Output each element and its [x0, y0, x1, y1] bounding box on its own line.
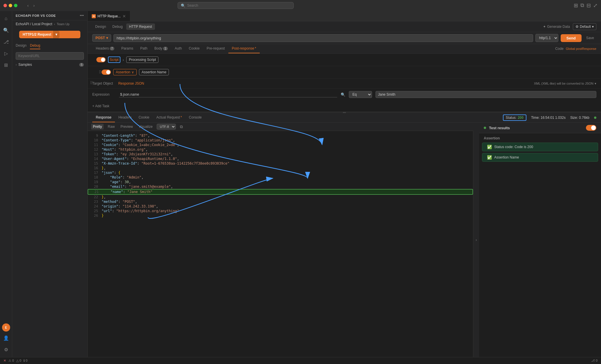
new-request-chevron[interactable]: ▾	[53, 31, 59, 38]
team-up-btn[interactable]: Team Up	[57, 22, 69, 26]
tab-close-btn[interactable]: ✕	[122, 14, 126, 19]
compare-value-input[interactable]	[376, 91, 597, 98]
json-line-11: 11"Cookie": "Cookie_1=abc;Cookie_2=de",	[88, 143, 473, 147]
sub-tab-postresponse[interactable]: Post-response*	[228, 44, 260, 53]
assertion-tag[interactable]: Assertion ∨	[113, 69, 137, 75]
new-request-btn[interactable]: HTTP1/2 Request ▾	[19, 31, 80, 38]
json-line-26: 26}	[88, 213, 473, 218]
tab-icon: H	[92, 14, 96, 18]
search-magnify-icon: 🔍	[341, 92, 345, 97]
home-icon-btn[interactable]: ⌂	[1, 13, 11, 24]
echo-icon-btn[interactable]: E	[2, 323, 10, 332]
toolbar-tab-http[interactable]: HTTP Request	[126, 23, 155, 30]
settings-icon-btn[interactable]: ⚙	[1, 344, 11, 355]
response-tab-response[interactable]: Response	[92, 113, 115, 122]
assertion-section-title: Assertion	[479, 133, 601, 142]
xml-note: XML (XML-like) will be converted to JSON…	[534, 82, 596, 85]
side-tab-debug[interactable]: Debug	[30, 42, 40, 49]
processing-script-tag[interactable]: Processing Script	[126, 57, 158, 63]
pretty-view-btn[interactable]: Pretty	[91, 124, 104, 130]
response-json-option[interactable]: Response JSON	[116, 81, 146, 86]
json-line-15: 15"X-Amzn-Trace-Id": "Root=1-676530aa-11…	[88, 161, 473, 166]
protocol-select[interactable]: http/1.1	[535, 34, 558, 42]
account-icon-btn[interactable]: 👤	[1, 333, 11, 343]
response-tab-headers[interactable]: Headers	[115, 113, 135, 122]
app-title: ECHOAPI FOR VS CODE	[16, 14, 56, 17]
search-icon-btn[interactable]: 🔍	[1, 25, 11, 35]
minimize-button[interactable]	[9, 4, 12, 7]
collapse-panel-btn[interactable]: ›	[473, 123, 479, 357]
toolbar-tab-debug[interactable]: Debug	[109, 23, 125, 30]
code-label[interactable]: Code	[555, 47, 564, 51]
sub-tab-cookie[interactable]: Cookie	[185, 44, 203, 53]
http-request-tab[interactable]: H HTTP Reque... ✕	[88, 11, 130, 21]
operator-select[interactable]: Eq	[349, 91, 372, 98]
split-icon: ⊟	[586, 2, 591, 9]
script-tag[interactable]: Script	[108, 57, 120, 63]
script-toggle[interactable]	[96, 57, 106, 62]
info-count: ℹ 0	[24, 359, 27, 363]
search-input-wrap: ⚙	[12, 50, 87, 61]
sub-tab-body[interactable]: Body1	[151, 44, 171, 53]
status-label: Status:	[506, 116, 517, 120]
json-line-22: 22},	[88, 195, 473, 199]
expression-input[interactable]	[119, 92, 337, 97]
titlebar-nav: ‹ ›	[26, 2, 36, 9]
assertion-name[interactable]: Assertion Name	[139, 69, 169, 75]
sub-tab-auth[interactable]: Auth	[171, 44, 185, 53]
method-label: POST	[95, 36, 105, 40]
add-task-btn[interactable]: + Add Task	[92, 104, 109, 108]
url-bar: POST ▾ http/1.1 Send Save	[88, 32, 601, 44]
gen-data-icon: ✦	[543, 25, 546, 29]
test-toggle[interactable]	[586, 125, 596, 131]
response-tab-actual[interactable]: Actual Request*	[153, 113, 185, 122]
target-row: Target Object Response JSON XML (XML-lik…	[88, 79, 601, 89]
generate-data-btn[interactable]: ✦ Generate Data	[543, 25, 570, 29]
copy-btn[interactable]: ⧉	[180, 124, 183, 129]
json-toolbar: Pretty Raw Preview Visualize UTF-8 ⧉	[88, 123, 473, 131]
connection-status-dot	[594, 117, 596, 119]
assertion-row: ⠿ Assertion ∨ Assertion Name	[88, 66, 601, 79]
response-tab-console[interactable]: Console	[185, 113, 205, 122]
side-tab-design[interactable]: Design	[16, 42, 26, 49]
url-input[interactable]	[113, 34, 533, 42]
encoding-select[interactable]: UTF-8	[157, 124, 176, 130]
close-button[interactable]	[3, 4, 7, 7]
toolbar-tab-design[interactable]: Design	[92, 23, 109, 30]
sub-tab-prerequest[interactable]: Pre-request	[203, 44, 228, 53]
layout-icon: ⧉	[580, 2, 584, 9]
json-left-panel: Pretty Raw Preview Visualize UTF-8 ⧉ 9"C…	[88, 123, 473, 357]
assertion-result-1: ✅ Status code: Code is 200	[482, 143, 598, 151]
git-count: ⎇ 0	[591, 359, 598, 363]
sub-tab-path[interactable]: Path	[137, 44, 151, 53]
more-options-btn[interactable]: •••	[80, 13, 84, 18]
back-button[interactable]: ‹	[26, 2, 30, 9]
default-btn[interactable]: ⚙ Default ▾	[573, 23, 596, 30]
assertion-toggle[interactable]	[102, 70, 111, 75]
response-status: Status: 200 Time: 16:54:01 1.032s Size: …	[503, 114, 596, 121]
git-icon-btn[interactable]: ⎇	[1, 37, 11, 47]
sub-tab-params[interactable]: Params	[118, 44, 137, 53]
response-area: Response Headers Cookie Actual Request* …	[88, 113, 601, 357]
sub-tabs-right: Code Global postResponse	[555, 47, 596, 51]
method-btn[interactable]: POST ▾	[92, 34, 111, 42]
assertion-drag-handle[interactable]: ⠿	[99, 70, 102, 74]
send-btn[interactable]: Send	[561, 34, 582, 42]
sub-tab-headers[interactable]: Headers7	[92, 44, 118, 53]
search-input[interactable]	[187, 3, 290, 8]
maximize-button[interactable]	[14, 4, 17, 7]
visualize-view-btn[interactable]: Visualize	[137, 124, 154, 130]
keyword-search-input[interactable]	[16, 52, 84, 60]
samples-tree-item[interactable]: › Samples 5	[12, 61, 87, 68]
raw-view-btn[interactable]: Raw	[106, 124, 116, 130]
global-postresponse-label[interactable]: Global postResponse	[566, 47, 596, 50]
forward-button[interactable]: ›	[32, 2, 37, 9]
extensions-icon-btn[interactable]: ⊞	[1, 60, 11, 70]
save-btn[interactable]: Save	[584, 34, 596, 41]
time-label: Time: 16:54:01 1.032s	[531, 116, 566, 120]
run-icon-btn[interactable]: ▷	[1, 48, 11, 59]
status-bar: ✕ ⚠ 0 △ 0 ℹ 0 ⎇ 0	[0, 357, 601, 364]
response-tab-cookie[interactable]: Cookie	[135, 113, 153, 122]
preview-view-btn[interactable]: Preview	[119, 124, 135, 130]
drag-handle-icon[interactable]: ⠿	[90, 81, 93, 85]
